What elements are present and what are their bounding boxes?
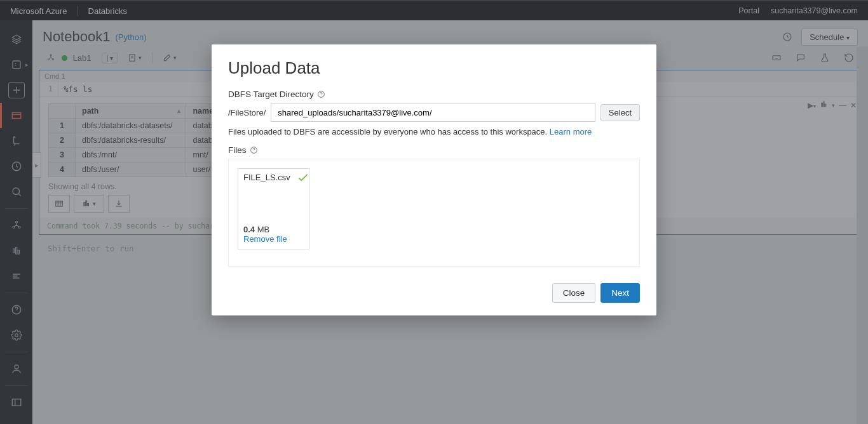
remove-file-link[interactable]: Remove file [243, 234, 304, 244]
dbfs-dir-label: DBFS Target Directory [228, 89, 640, 99]
uploaded-file-card: FILE_LS.csv 0.4 MB Remove file [238, 168, 309, 249]
dir-prefix: /FileStore/ [228, 108, 266, 117]
close-button[interactable]: Close [552, 283, 596, 303]
check-icon [296, 170, 310, 184]
modal-title: Upload Data [228, 58, 640, 78]
help-icon[interactable] [250, 146, 258, 154]
files-label: Files [228, 145, 640, 155]
select-button[interactable]: Select [600, 104, 640, 121]
upload-data-modal: Upload Data DBFS Target Directory /FileS… [212, 44, 656, 315]
file-size: 0.4 MB [243, 225, 304, 234]
dbfs-dir-input[interactable] [271, 103, 595, 122]
help-icon[interactable] [317, 90, 325, 98]
file-drop-area[interactable]: FILE_LS.csv 0.4 MB Remove file [228, 159, 640, 267]
learn-more-link[interactable]: Learn more [550, 127, 592, 136]
upload-note: Files uploaded to DBFS are accessible by… [228, 127, 640, 136]
file-name: FILE_LS.csv [243, 173, 304, 225]
next-button[interactable]: Next [600, 283, 640, 303]
